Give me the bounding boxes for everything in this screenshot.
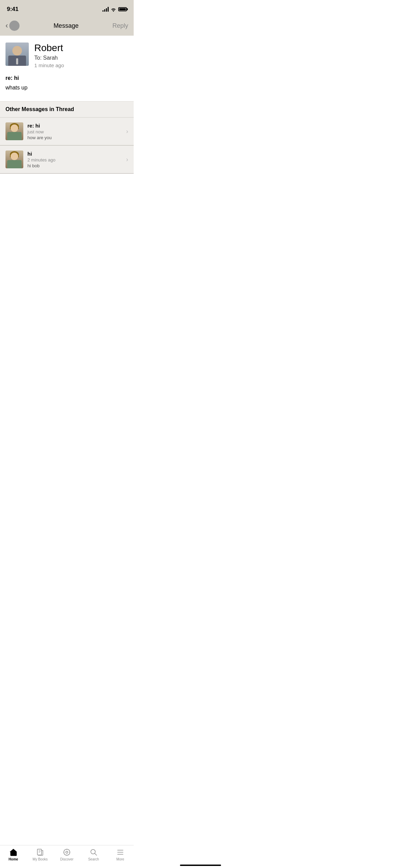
back-chevron-icon: ‹ — [5, 22, 8, 29]
thread-subject-2: hi — [27, 151, 122, 157]
status-time: 9:41 — [7, 6, 19, 13]
thread-chevron-icon-2: › — [126, 156, 128, 163]
reply-button[interactable]: Reply — [112, 22, 128, 29]
thread-time-1: just now — [27, 129, 122, 134]
sender-to: To: Sarah — [34, 55, 128, 61]
thread-preview-2: hi bob — [27, 163, 122, 168]
message-subject: re: hi — [5, 75, 128, 81]
wifi-icon — [111, 7, 116, 12]
thread-info-1: re: hi just now how are you — [27, 123, 122, 140]
message-text: whats up — [5, 85, 128, 91]
thread-item[interactable]: re: hi just now how are you › — [0, 118, 134, 145]
sender-name: Robert — [34, 43, 128, 53]
nav-bar: ‹ Message Reply — [0, 17, 134, 36]
sender-avatar — [5, 43, 29, 66]
nav-title: Message — [53, 22, 78, 29]
thread-preview-1: how are you — [27, 135, 122, 140]
thread-avatar-1 — [5, 122, 23, 140]
thread-title: Other Messages in Thread — [5, 106, 128, 112]
empty-space — [0, 174, 134, 311]
thread-info-2: hi 2 minutes ago hi bob — [27, 151, 122, 168]
battery-icon — [118, 7, 127, 11]
status-icons — [102, 7, 127, 12]
message-body: re: hi whats up — [0, 75, 134, 101]
sender-info: Robert To: Sarah 1 minute ago — [34, 43, 128, 68]
thread-item-2[interactable]: hi 2 minutes ago hi bob › — [0, 146, 134, 173]
thread-section-header: Other Messages in Thread — [0, 101, 134, 117]
back-button[interactable]: ‹ — [5, 21, 20, 31]
signal-icon — [102, 7, 109, 12]
sender-time: 1 minute ago — [34, 62, 128, 68]
thread-subject-1: re: hi — [27, 123, 122, 129]
status-bar: 9:41 — [0, 0, 134, 17]
back-avatar — [9, 21, 20, 31]
thread-chevron-icon-1: › — [126, 128, 128, 135]
thread-time-2: 2 minutes ago — [27, 157, 122, 162]
thread-avatar-2 — [5, 150, 23, 168]
message-header: Robert To: Sarah 1 minute ago — [0, 36, 134, 75]
